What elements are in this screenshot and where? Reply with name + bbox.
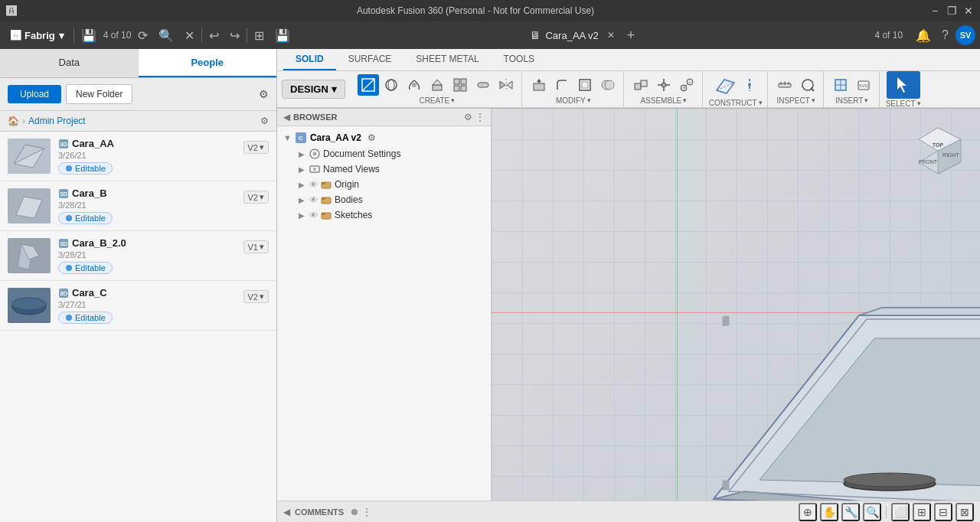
settings-gear-button[interactable]: ⚙: [259, 88, 269, 100]
maximize-button[interactable]: ❐: [946, 5, 957, 16]
expand-arrow[interactable]: ▶: [299, 150, 306, 158]
select-tool-icon[interactable]: [887, 71, 920, 99]
3d-viewport[interactable]: TOP FRONT RIGHT: [492, 109, 980, 501]
root-settings-button[interactable]: ⚙: [368, 132, 376, 143]
svg-rect-41: [635, 83, 641, 90]
create-form-icon[interactable]: [381, 74, 402, 96]
pipe-icon[interactable]: [472, 74, 494, 96]
look-at-button[interactable]: 🔧: [841, 503, 860, 521]
view-options-button[interactable]: ⊠: [956, 503, 974, 521]
visibility-eye-icon[interactable]: 👁: [309, 195, 318, 204]
new-folder-button[interactable]: New Folder: [66, 84, 132, 104]
list-item[interactable]: 3D Cara_B 3/28/21 Editable V2 ▾: [0, 181, 276, 231]
save-button[interactable]: 💾: [77, 27, 100, 44]
visibility-eye-icon[interactable]: 👁: [309, 180, 318, 189]
list-item[interactable]: 3D Cara_C 3/27/21 Editable V2 ▾: [0, 281, 276, 331]
new-component-icon[interactable]: [630, 74, 652, 96]
browser-settings-button[interactable]: ⚙: [464, 112, 472, 122]
version-tag[interactable]: V2 ▾: [243, 290, 269, 303]
snap-button[interactable]: ⊕: [799, 503, 817, 521]
view-layout-button[interactable]: ⊟: [934, 503, 952, 521]
help-button[interactable]: ?: [938, 27, 952, 44]
viewcube[interactable]: TOP FRONT RIGHT: [911, 124, 965, 178]
tab-people[interactable]: People: [139, 49, 277, 77]
expand-arrow[interactable]: ▶: [299, 165, 306, 174]
insert-derive-icon[interactable]: [830, 74, 851, 96]
create-sketch-icon[interactable]: [358, 74, 379, 96]
named-views-icon: [309, 164, 320, 175]
revolve-icon[interactable]: [403, 74, 425, 96]
expand-arrow[interactable]: ▶: [299, 181, 306, 189]
brand-button[interactable]: 🅰 Fabrig ▾: [5, 30, 70, 41]
grid-settings-button[interactable]: ⊞: [913, 503, 931, 521]
shell-icon[interactable]: [574, 74, 596, 96]
extrude-icon[interactable]: [426, 74, 448, 96]
inspect-analysis-icon[interactable]: [797, 74, 818, 96]
minimize-button[interactable]: −: [929, 5, 940, 16]
list-item[interactable]: 3D Cara_B_2.0 3/28/21 Editable V1 ▾: [0, 231, 276, 281]
save-cloud-button[interactable]: 💾: [271, 27, 294, 44]
expand-arrow[interactable]: ▶: [299, 211, 306, 220]
mirror-icon[interactable]: [495, 74, 517, 96]
browser-collapse-button[interactable]: ◀: [283, 112, 290, 122]
visibility-eye-icon[interactable]: 👁: [309, 210, 318, 220]
browser-item[interactable]: ▶ 👁 Origin: [277, 177, 491, 192]
grid-apps-button[interactable]: ⊞: [250, 27, 268, 44]
notification-button[interactable]: 🔔: [912, 27, 935, 44]
tab-data[interactable]: Data: [0, 49, 139, 77]
measure-icon[interactable]: [774, 74, 795, 96]
version-tag[interactable]: V1 ▾: [243, 240, 269, 253]
construct-plane-icon[interactable]: [711, 72, 737, 98]
tab-sheet-metal[interactable]: SHEET METAL: [403, 49, 491, 70]
orbit-button[interactable]: ✋: [820, 503, 838, 521]
upload-button[interactable]: Upload: [8, 85, 61, 103]
svg-marker-36: [537, 79, 541, 82]
zoom-button[interactable]: 🔍: [863, 503, 881, 521]
list-item[interactable]: 3D Cara_AA 3/26/21 Editable V2 ▾: [0, 132, 276, 181]
display-settings-button[interactable]: ⬜: [891, 503, 910, 521]
tab-solid[interactable]: SOLID: [283, 49, 336, 70]
browser-item[interactable]: ▶ 👁 Sketches: [277, 207, 491, 223]
browser-root-item[interactable]: ▼ C Cara_AA v2 ⚙: [277, 129, 491, 146]
comments-label: COMMENTS: [295, 507, 344, 517]
fillet-icon[interactable]: [551, 74, 573, 96]
construct-axis-icon[interactable]: [739, 74, 760, 96]
undo-button[interactable]: ↩: [205, 27, 223, 44]
search-button[interactable]: 🔍: [155, 27, 178, 44]
version-tag[interactable]: V2 ▾: [243, 191, 269, 204]
redo-button[interactable]: ↪: [226, 27, 243, 44]
user-avatar[interactable]: SV: [956, 25, 975, 45]
svg-point-70: [313, 168, 316, 171]
close-button[interactable]: ✕: [963, 5, 974, 16]
as-built-joint-icon[interactable]: [676, 74, 697, 96]
combine-icon[interactable]: [597, 74, 619, 96]
browser-item[interactable]: ▶ Document Settings: [277, 146, 491, 161]
new-tab-button[interactable]: +: [623, 26, 639, 45]
comments-collapse-button[interactable]: ◀: [283, 507, 290, 517]
insert-svg-icon[interactable]: SVG: [853, 74, 874, 96]
svg-rect-28: [454, 86, 459, 91]
close-file-button[interactable]: ✕: [181, 27, 198, 44]
doc-tab-close-button[interactable]: ✕: [603, 28, 619, 42]
design-dropdown[interactable]: DESIGN ▾: [282, 80, 345, 99]
press-pull-icon[interactable]: [528, 74, 550, 96]
browser-item[interactable]: ▶ Named Views: [277, 161, 491, 177]
tab-surface[interactable]: SURFACE: [336, 49, 404, 70]
svg-text:RIGHT: RIGHT: [942, 152, 960, 158]
refresh-button[interactable]: ⟳: [134, 27, 152, 44]
breadcrumb-gear-button[interactable]: ⚙: [260, 116, 269, 126]
expand-arrow[interactable]: ▶: [299, 196, 306, 204]
comments-settings-button[interactable]: ⋮: [362, 507, 371, 517]
browser-item[interactable]: ▶ 👁 Bodies: [277, 192, 491, 207]
version-tag[interactable]: V2 ▾: [243, 141, 269, 154]
svg-marker-33: [507, 81, 512, 89]
tab-tools[interactable]: TOOLS: [492, 49, 547, 70]
home-icon[interactable]: 🏠: [8, 116, 19, 126]
insert-group: SVG INSERT ▾: [825, 71, 880, 108]
svg-marker-5: [16, 197, 42, 218]
more-create-icon[interactable]: [449, 74, 471, 96]
browser-more-button[interactable]: ⋮: [475, 112, 485, 122]
browser-item-label: Document Settings: [323, 148, 400, 159]
joint-icon[interactable]: [653, 74, 675, 96]
breadcrumb-project-link[interactable]: Admin Project: [28, 116, 86, 126]
